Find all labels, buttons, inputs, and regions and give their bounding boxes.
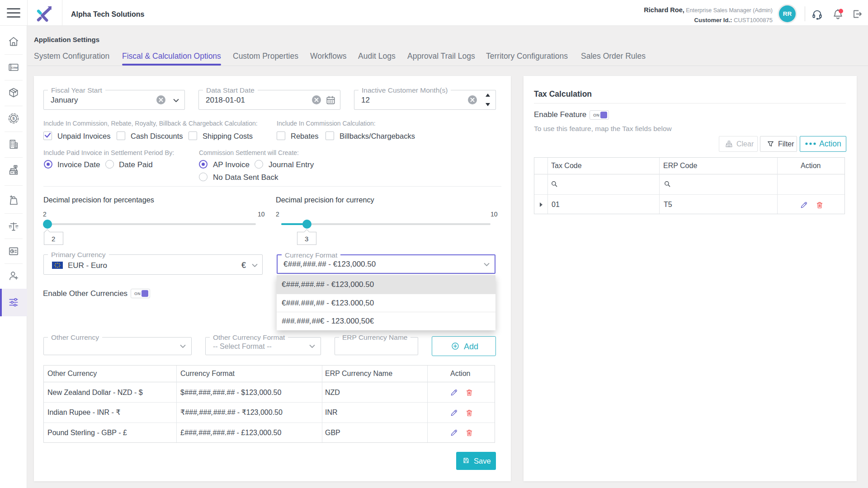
svg-text:CRM: CRM xyxy=(11,66,18,69)
svg-text:$: $ xyxy=(12,116,15,121)
